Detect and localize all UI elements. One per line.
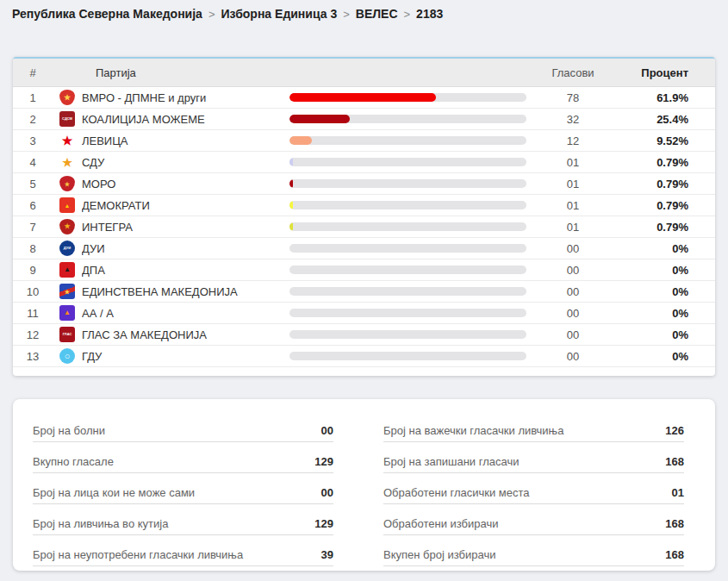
stat-label: Број на ливчиња во кутија [33, 517, 168, 530]
party-result-row: 6▲ДЕМОКРАТИ010.79% [13, 195, 715, 216]
vote-bar-track [289, 158, 526, 166]
party-name: ДПА [82, 264, 289, 277]
vote-bar-track [289, 330, 526, 339]
vote-bar-cell [289, 201, 532, 209]
vote-bar-track [289, 244, 526, 253]
stats-card: Број на болни00Вкупно гласале129Број на … [13, 399, 715, 571]
logo-glyph: ★ [64, 223, 70, 230]
party-rank: 4 [13, 156, 53, 169]
levica-logo: ★ [59, 133, 75, 148]
party-logo-cell: ▲ [53, 197, 82, 213]
stat-label: Број на лица кои не може сами [33, 486, 195, 499]
party-result-row: 9▲ДПА000% [13, 259, 715, 281]
vote-bar-track [289, 352, 526, 360]
vote-bar-cell [289, 158, 532, 166]
party-result-row: 4★СДУ010.79% [13, 152, 715, 173]
logo-glyph: ДУИ [64, 247, 71, 250]
results-table-body: 1★ВМРО - ДПМНЕ и други7861.9%2СДСМКОАЛИЦ… [13, 87, 715, 367]
party-name: АА / А [82, 307, 289, 320]
breadcrumb-separator: > [208, 8, 215, 21]
stat-value: 129 [314, 517, 333, 530]
party-votes: 00 [532, 307, 613, 320]
demokrati-logo: ▲ [59, 197, 75, 213]
vote-bar-track [289, 222, 526, 231]
party-votes: 00 [532, 264, 613, 277]
party-logo-cell: ДУИ [53, 241, 82, 256]
logo-glyph: ▲ [64, 266, 71, 273]
party-logo-cell: ★ [53, 219, 82, 234]
header-percent: Процент [613, 66, 715, 79]
vote-bar-fill [289, 158, 293, 166]
party-votes: 00 [532, 285, 613, 298]
stat-value: 126 [665, 424, 684, 437]
vote-bar-track [289, 309, 526, 317]
stat-row: Број на лица кои не може сами00 [33, 480, 333, 504]
breadcrumb-item[interactable]: ВЕЛЕС [356, 7, 398, 21]
vote-bar-cell [289, 136, 532, 145]
vote-bar-cell [289, 352, 532, 360]
stats-column-right: Број на важечки гласачки ливчиња126Број … [383, 418, 684, 555]
breadcrumb-item[interactable]: Република Северна Македонија [12, 7, 202, 21]
aa-a-logo: ▲ [59, 305, 75, 321]
party-result-row: 12ГЛАСГЛАС ЗА МАКЕДОНИЈА000% [13, 324, 715, 346]
vote-bar-cell [289, 266, 532, 274]
party-rank: 13 [13, 350, 53, 363]
vmro-dpmne-logo: ★ [59, 90, 75, 105]
party-percent: 0.79% [613, 221, 715, 234]
vote-bar-fill [289, 179, 293, 188]
party-rank: 9 [13, 264, 53, 277]
party-result-row: 2СДСМКОАЛИЦИЈА МОЖЕМЕ3225.4% [13, 109, 715, 130]
vote-bar-track [289, 201, 526, 209]
breadcrumb-separator: > [343, 8, 350, 21]
party-votes: 12 [532, 134, 613, 147]
party-logo-cell: ГЛАС [53, 327, 82, 342]
stat-row: Број на важечки гласачки ливчиња126 [383, 418, 684, 442]
party-votes: 78 [532, 91, 613, 104]
party-percent: 0% [613, 264, 715, 277]
party-votes: 01 [532, 221, 613, 234]
party-percent: 0.79% [613, 178, 715, 191]
stats-column-left: Број на болни00Вкупно гласале129Број на … [33, 418, 333, 555]
header-rank: # [13, 66, 53, 79]
logo-glyph: СДСМ [62, 117, 72, 121]
breadcrumb-separator: > [404, 8, 411, 21]
vote-bar-cell [289, 222, 532, 231]
results-card: # Партија Гласови Процент 1★ВМРО - ДПМНЕ… [13, 57, 715, 376]
party-result-row: 3★ЛЕВИЦА129.52% [13, 130, 715, 152]
stat-row: Број на неупотребени гласачки ливчиња39 [33, 542, 333, 566]
sdu-logo: ★ [59, 154, 75, 170]
party-percent: 0% [613, 307, 715, 320]
stat-label: Вкупно гласале [33, 455, 114, 468]
party-result-row: 13○ГДУ000% [13, 346, 715, 367]
party-votes: 01 [532, 199, 613, 212]
stat-value: 129 [314, 455, 333, 468]
logo-glyph: ○ [65, 352, 71, 361]
party-percent: 0.79% [613, 199, 715, 212]
party-result-row: 11▲АА / А000% [13, 303, 715, 324]
stat-label: Обработени гласички места [383, 486, 530, 499]
party-name: ГЛАС ЗА МАКЕДОНИЈА [82, 328, 289, 341]
stat-row: Вкупен број избирачи168 [383, 542, 684, 566]
stat-label: Број на болни [33, 424, 105, 437]
header-party: Партија [82, 66, 289, 79]
party-result-row: 10★ЕДИНСТВЕНА МАКЕДОНИЈА000% [13, 281, 715, 303]
party-logo-cell: ★ [53, 90, 82, 105]
vote-bar-track [289, 136, 526, 145]
stat-value: 168 [665, 455, 684, 468]
stat-label: Број на неупотребени гласачки ливчиња [33, 548, 243, 561]
party-rank: 12 [13, 328, 53, 341]
party-logo-cell: ▲ [53, 262, 82, 278]
party-name: ДУИ [82, 242, 289, 255]
stat-label: Број на запишани гласачи [383, 455, 519, 468]
breadcrumb-item[interactable]: Изборна Единица 3 [221, 7, 337, 21]
logo-glyph: ГЛАС [63, 333, 72, 336]
party-percent: 0% [613, 242, 715, 255]
party-logo-cell: ★ [53, 154, 82, 170]
stat-value: 00 [321, 424, 333, 437]
vote-bar-cell [289, 244, 532, 253]
vote-bar-track [289, 93, 526, 102]
vote-bar-cell [289, 115, 532, 123]
edinstvena-makedonija-logo: ★ [59, 284, 75, 299]
logo-glyph: ▲ [65, 203, 71, 209]
party-votes: 00 [532, 242, 613, 255]
